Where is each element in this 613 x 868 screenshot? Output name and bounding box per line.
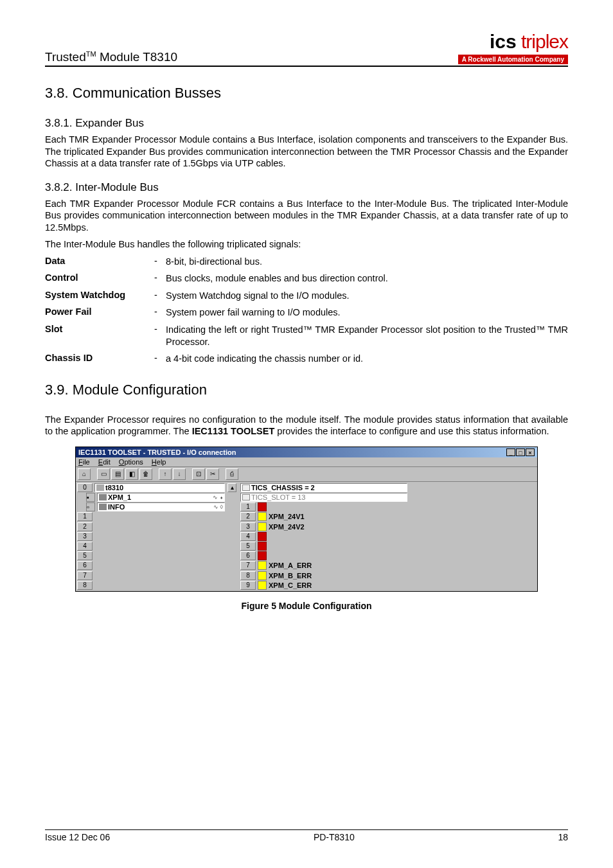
footer-right: 18 xyxy=(558,832,568,842)
left-slot-4[interactable]: 4 xyxy=(77,542,225,551)
right-slot-6[interactable]: 6 xyxy=(240,551,407,560)
left-slot-6[interactable]: 6 xyxy=(77,561,225,570)
slot-number: 2 xyxy=(77,522,93,531)
slot-number: 5 xyxy=(240,542,256,551)
figure-caption: Figure 5 Module Configuration xyxy=(45,601,568,611)
slot-number: 9 xyxy=(240,581,256,590)
toolbar-btn-6[interactable]: ⊡ xyxy=(192,468,205,480)
menu-edit[interactable]: Edit xyxy=(98,458,111,466)
s39-p1-bold: IEC1131 TOOLSET xyxy=(192,426,275,436)
toolbar-btn-4[interactable]: ◧ xyxy=(125,468,138,480)
right-slot-3[interactable]: 3XPM_24V2 xyxy=(240,522,407,531)
right-slot-4[interactable]: 4 xyxy=(240,532,407,541)
toolbar-btn-cut[interactable]: ✂ xyxy=(206,468,219,480)
menu-options[interactable]: Options xyxy=(119,458,143,466)
slot-label: XPM_1 xyxy=(108,493,131,501)
left-slot-2[interactable]: 2 xyxy=(77,522,225,531)
right-head-chassis[interactable]: TICS_CHASSIS = 2 xyxy=(240,483,407,492)
signal-dash: - xyxy=(154,272,166,285)
s39-p1-b: provides the interface to configure and … xyxy=(274,426,549,436)
menu-help[interactable]: Help xyxy=(152,458,166,466)
signal-dash: - xyxy=(154,256,166,268)
status-icon xyxy=(258,522,267,531)
slot-number: 3 xyxy=(240,522,256,531)
signal-row-watchdog: System Watchdog - System Watchdog signal… xyxy=(45,290,568,302)
left-slot-5[interactable]: 5 xyxy=(77,551,225,560)
signal-row-powerfail: Power Fail - System power fail warning t… xyxy=(45,306,568,319)
slot-number: 8 xyxy=(77,581,93,590)
section-3-9-p1: The Expander Processor requires no confi… xyxy=(45,414,568,438)
right-slot-9[interactable]: 9XPM_C_ERR xyxy=(240,581,407,590)
toolbar-btn-5[interactable]: 🗑 xyxy=(139,468,152,480)
slot-suffix-icon: ∿ ⬧ xyxy=(213,494,223,500)
signal-label: Power Fail xyxy=(45,306,154,319)
slot-number: 6 xyxy=(240,551,256,560)
config-screenshot: IEC1131 TOOLSET - TRUSTED - I/O connecti… xyxy=(75,447,538,592)
slot-label: INFO xyxy=(108,503,125,511)
left-subslot-info[interactable]: ▫ INFO∿ ◊ xyxy=(86,502,225,511)
left-slot-0[interactable]: 0 t8310 xyxy=(77,483,225,492)
window-titlebar[interactable]: IEC1131 TOOLSET - TRUSTED - I/O connecti… xyxy=(76,447,537,457)
status-icon xyxy=(258,581,267,590)
toolbar-btn-up[interactable]: ↑ xyxy=(159,468,172,480)
toolbar-btn-down[interactable]: ↓ xyxy=(173,468,186,480)
toolbar-btn-1[interactable]: ⌂ xyxy=(78,468,91,480)
right-slot-2[interactable]: 2XPM_24V1 xyxy=(240,512,407,521)
slot-content: t8310 xyxy=(94,483,225,492)
right-slot-1[interactable]: 1 xyxy=(240,502,407,511)
slot-label: XPM_C_ERR xyxy=(269,581,312,589)
slot-number: 4 xyxy=(240,532,256,541)
left-slot-1[interactable]: 1 xyxy=(77,512,225,521)
slot-suffix-icon: ∿ ◊ xyxy=(213,504,223,510)
signal-label: Chassis ID xyxy=(45,353,154,365)
signal-desc: System power fail warning to I/O modules… xyxy=(166,306,568,319)
menu-file[interactable]: File xyxy=(78,458,90,466)
toolbar-btn-print[interactable]: ⎙ xyxy=(226,468,238,480)
scroll-up-button[interactable]: ▴ xyxy=(227,483,236,492)
logo-subline: A Rockwell Automation Company xyxy=(458,55,568,64)
logo-sub-post: Company xyxy=(533,56,564,63)
right-panel: TICS_CHASSIS = 2 TICS_SLOT = 13 1 2XPM_2… xyxy=(240,483,407,590)
window-body: 0 t8310 ▪ XPM_1∿ ⬧ ▫ INFO∿ ◊ 1 2 3 4 5 6… xyxy=(76,482,537,591)
right-head-slot[interactable]: TICS_SLOT = 13 xyxy=(240,493,407,502)
toolbar: ⌂ ▭ ▤ ◧ 🗑 ↑ ↓ ⊡ ✂ ⎙ xyxy=(76,467,537,482)
left-slot-8[interactable]: 8 xyxy=(77,581,225,590)
left-slot-7[interactable]: 7 xyxy=(77,571,225,580)
toolbar-btn-3[interactable]: ▤ xyxy=(111,468,124,480)
right-slot-8[interactable]: 8XPM_B_ERR xyxy=(240,571,407,580)
logo-sub-bold: Rockwell Automation xyxy=(468,56,533,63)
menubar: File Edit Options Help xyxy=(76,457,537,467)
slot-content: TICS_CHASSIS = 2 xyxy=(240,483,407,492)
tree-node-icon: ▫ xyxy=(86,502,95,511)
slot-number: 7 xyxy=(77,571,93,580)
toolbar-btn-2[interactable]: ▭ xyxy=(97,468,110,480)
signals-table: Data - 8-bit, bi-directional bus. Contro… xyxy=(45,256,568,365)
slot-number: 1 xyxy=(77,512,93,521)
right-slot-5[interactable]: 5 xyxy=(240,542,407,551)
left-slot-3[interactable]: 3 xyxy=(77,532,225,541)
right-slot-7[interactable]: 7XPM_A_ERR xyxy=(240,561,407,570)
logo-sub-pre: A xyxy=(462,56,468,63)
signal-desc: System Watchdog signal to the I/O module… xyxy=(166,290,568,302)
signal-dash: - xyxy=(154,306,166,319)
signal-desc: 8-bit, bi-directional bus. xyxy=(166,256,568,268)
logo-main: ics triplex xyxy=(458,31,568,53)
slot-label: XPM_B_ERR xyxy=(269,572,312,580)
maximize-button[interactable]: □ xyxy=(516,448,525,456)
param-icon xyxy=(242,484,250,491)
signal-dash: - xyxy=(154,324,166,348)
minimize-button[interactable]: _ xyxy=(506,448,515,456)
signal-row-control: Control - Bus clocks, module enables and… xyxy=(45,272,568,285)
signal-row-slot: Slot - Indicating the left or right Trus… xyxy=(45,324,568,348)
module-icon xyxy=(99,494,107,500)
header-left: TrustedTM Module T8310 xyxy=(45,50,177,64)
left-subslot-xpm[interactable]: ▪ XPM_1∿ ⬧ xyxy=(86,493,225,502)
signal-desc: Indicating the left or right Trusted™ TM… xyxy=(166,324,568,348)
section-3-8-1-title: 3.8.1. Expander Bus xyxy=(45,117,568,130)
slot-number: 5 xyxy=(77,551,93,560)
param-icon xyxy=(242,494,250,500)
slot-label: TICS_CHASSIS = 2 xyxy=(251,484,315,492)
close-button[interactable]: × xyxy=(526,448,535,456)
logo-block: ics triplex A Rockwell Automation Compan… xyxy=(458,31,568,64)
scrollbar[interactable]: ▴ xyxy=(227,483,236,590)
